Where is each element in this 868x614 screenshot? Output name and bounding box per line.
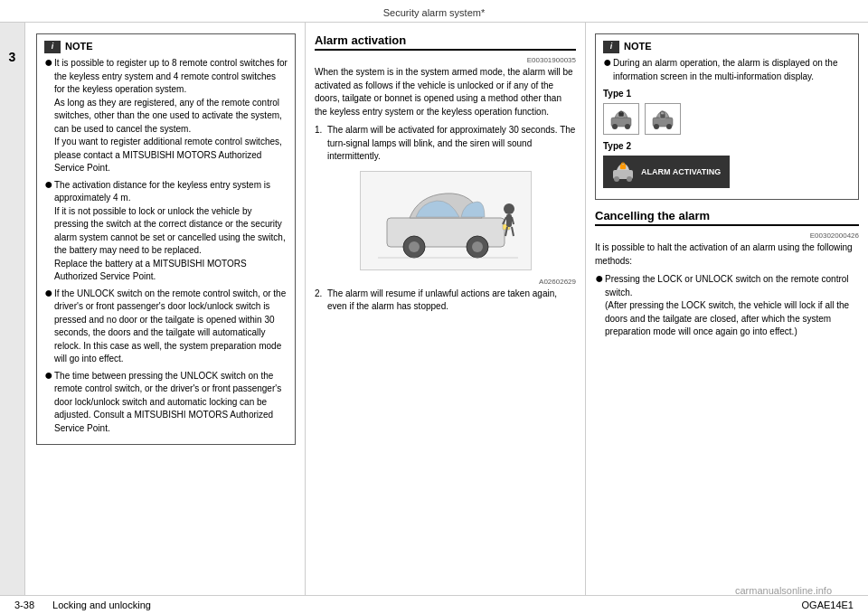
cancel-intro: It is possible to halt the activation of… [595, 241, 859, 268]
svg-point-23 [627, 176, 632, 182]
alarm-item-1: 1. The alarm will be activated for appro… [315, 124, 576, 164]
item-1-number: 1. [315, 124, 327, 137]
svg-point-18 [654, 124, 659, 129]
image-code: A02602629 [315, 278, 576, 286]
alarm-code-ref: E00301900035 [315, 56, 576, 64]
right-note-text: During an alarm operation, the alarm is … [613, 57, 851, 83]
cancel-bullet: ● [595, 271, 602, 286]
footer-code: OGAE14E1 [802, 600, 854, 610]
left-column: i NOTE ● It is possible to register up t… [25, 23, 306, 595]
svg-point-19 [666, 124, 672, 129]
bullet-4: ● [44, 368, 52, 383]
item-2-text: The alarm will resume if unlawful action… [327, 288, 576, 314]
svg-line-11 [512, 227, 514, 236]
right-column: i NOTE ● During an alarm operation, the … [586, 23, 868, 595]
left-note-box: i NOTE ● It is possible to register up t… [36, 33, 296, 445]
content-area: 3 i NOTE ● It is possible to register up… [0, 23, 868, 595]
svg-point-15 [625, 124, 630, 129]
item-2-number: 2. [315, 288, 327, 301]
main-content: i NOTE ● It is possible to register up t… [25, 23, 868, 595]
car-svg [369, 177, 523, 263]
alarm-activating-text: ALARM ACTIVATING [641, 166, 721, 178]
svg-point-14 [612, 124, 618, 129]
note-icon: i [44, 41, 61, 53]
bullet-3: ● [44, 286, 52, 300]
alarm-item-2: 2. The alarm will resume if unlawful act… [315, 288, 576, 314]
footer-section: Locking and unlocking [52, 600, 151, 610]
note-item-3: ● If the UNLOCK switch on the remote con… [44, 288, 288, 366]
bullet-2: ● [44, 177, 52, 192]
cancel-code-ref: E00302000426 [595, 231, 859, 240]
svg-point-2 [409, 241, 420, 252]
alarm-activating-svg [610, 159, 636, 184]
svg-point-4 [472, 241, 483, 252]
alarm-activating-box: ALARM ACTIVATING [603, 156, 730, 188]
header-title: Security alarm system* [383, 7, 485, 18]
note-box-title: i NOTE [44, 40, 288, 53]
right-note-box: i NOTE ● During an alarm operation, the … [595, 33, 859, 200]
page-header: Security alarm system* [0, 0, 868, 23]
right-bullet: ● [603, 55, 610, 70]
right-note-title: i NOTE [603, 40, 851, 53]
cancel-section-header: Cancelling the alarm [595, 209, 859, 226]
note-item-4: ● The time between pressing the UNLOCK s… [44, 370, 288, 436]
alarm-activation-header: Alarm activation [315, 33, 576, 51]
page-number: 3-38 [14, 600, 34, 610]
svg-point-6 [504, 203, 514, 214]
type2-label: Type 2 [603, 140, 851, 153]
page-wrapper: Security alarm system* 3 i NOTE ● It is … [0, 0, 868, 614]
cancel-text-1: Pressing the LOCK or UNLOCK switch on th… [605, 273, 859, 339]
middle-column: Alarm activation E00301900035 When the s… [306, 23, 586, 595]
svg-rect-7 [506, 214, 512, 227]
footer-left: 3-38 Locking and unlocking [14, 600, 151, 610]
chapter-number: 3 [0, 23, 25, 595]
alarm-intro-text: When the system is in the system armed m… [315, 66, 576, 118]
lock-icon-2 [645, 103, 681, 135]
item-1-text: The alarm will be activated for approxim… [327, 124, 576, 164]
lock-icon-1 [603, 103, 639, 135]
svg-point-22 [614, 176, 619, 182]
note-item-2: ● The activation distance for the keyles… [44, 179, 288, 284]
bullet-1: ● [44, 55, 52, 70]
type1-icons-row [603, 103, 851, 135]
watermark: carmanualsonline.info [735, 585, 832, 596]
cancel-item-1: ● Pressing the LOCK or UNLOCK switch on … [595, 273, 859, 339]
footer-right: OGAE14E1 [802, 600, 854, 610]
page-footer: 3-38 Locking and unlocking OGAE14E1 [0, 595, 868, 614]
right-note-icon: i [603, 41, 619, 53]
note-item-1: ● It is possible to register up to 8 rem… [44, 57, 288, 175]
type1-label: Type 1 [603, 88, 851, 100]
car-illustration [360, 171, 532, 270]
right-note-item: ● During an alarm operation, the alarm i… [603, 57, 851, 83]
svg-line-9 [512, 217, 514, 224]
